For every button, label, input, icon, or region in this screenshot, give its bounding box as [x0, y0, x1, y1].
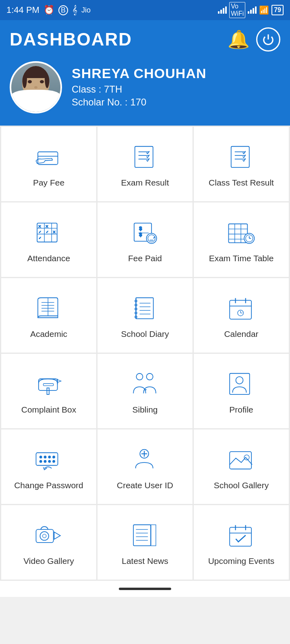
grid-item-exam-time-table[interactable]: Exam Time Table: [194, 202, 289, 277]
svg-point-74: [40, 456, 42, 458]
svg-text:X: X: [46, 225, 48, 229]
school-gallery-label: School Gallery: [214, 480, 269, 491]
create-user-id-icon: [129, 445, 161, 473]
svg-text:X: X: [53, 230, 56, 234]
grid-item-exam-result[interactable]: Exam Result: [97, 127, 193, 201]
svg-rect-91: [133, 525, 151, 546]
upcoming-events-label: Upcoming Events: [208, 555, 275, 566]
profile-label: Profile: [229, 404, 253, 415]
upcoming-events-icon: [225, 521, 257, 549]
sibling-icon: [129, 369, 161, 398]
status-right: VoWiFi 📶 79: [218, 2, 284, 18]
grid-item-calendar[interactable]: Calendar: [194, 278, 289, 353]
pay-fee-icon: [33, 142, 65, 171]
header: DASHBOARD 🔔: [0, 20, 290, 126]
svg-rect-93: [151, 525, 156, 546]
grid-item-class-test-result[interactable]: Class Test Result: [194, 127, 289, 201]
svg-rect-65: [44, 384, 54, 386]
svg-point-75: [44, 456, 46, 458]
exam-time-table-icon: [225, 218, 257, 246]
svg-point-80: [48, 460, 50, 462]
svg-rect-56: [230, 300, 251, 319]
dashboard-title: DASHBOARD: [10, 29, 132, 50]
exam-time-table-label: Exam Time Table: [209, 253, 274, 264]
grid-item-school-gallery[interactable]: School Gallery: [194, 429, 289, 504]
grid-item-latest-news[interactable]: Latest News: [97, 505, 193, 580]
svg-rect-63: [47, 388, 49, 394]
change-password-label: Change Password: [14, 480, 83, 491]
class-test-result-label: Class Test Result: [209, 177, 274, 188]
battery-display: 79: [271, 5, 284, 15]
grid-item-sibling[interactable]: Sibling: [97, 354, 193, 428]
complaint-box-icon: [33, 369, 65, 398]
music-icon: 𝄞: [72, 5, 77, 15]
svg-point-76: [48, 456, 50, 458]
svg-rect-45: [136, 298, 153, 319]
school-diary-label: School Diary: [121, 328, 169, 339]
status-bar: 1:44 PM ⏰ B 𝄞 Jio VoWiFi 📶 79: [0, 0, 290, 20]
grid-item-fee-paid[interactable]: $ $ Fee Paid: [97, 202, 193, 277]
sibling-label: Sibling: [132, 404, 157, 415]
jio-label: Jio: [81, 6, 91, 14]
svg-rect-7: [231, 147, 249, 167]
power-button[interactable]: [256, 27, 280, 52]
svg-text:✓: ✓: [46, 230, 49, 234]
svg-point-88: [40, 532, 49, 541]
grid-item-complaint-box[interactable]: Complaint Box: [1, 354, 96, 428]
avatar: [10, 61, 62, 114]
class-test-result-icon: [225, 142, 257, 171]
grid-item-create-user-id[interactable]: Create User ID: [97, 429, 193, 504]
profile-icon: [225, 369, 257, 398]
svg-point-69: [147, 374, 153, 380]
attendance-icon: X X ✓ ✓ X ✓: [33, 218, 65, 246]
svg-point-68: [136, 374, 143, 380]
notification-bell-icon[interactable]: 🔔: [228, 29, 250, 50]
status-left: 1:44 PM ⏰ B 𝄞 Jio: [6, 5, 91, 15]
svg-rect-98: [230, 527, 251, 546]
time-display: 1:44 PM: [6, 5, 39, 15]
svg-point-89: [43, 534, 46, 538]
fee-paid-label: Fee Paid: [128, 253, 162, 264]
change-password-icon: [33, 445, 65, 473]
svg-text:✓: ✓: [39, 230, 41, 234]
grid-item-school-diary[interactable]: School Diary: [97, 278, 193, 353]
vo-wifi-label: VoWiFi: [229, 2, 245, 18]
grid-item-pay-fee[interactable]: Pay Fee: [1, 127, 96, 201]
svg-text:X: X: [39, 225, 41, 229]
svg-marker-90: [54, 532, 60, 539]
svg-text:$: $: [139, 226, 142, 232]
profile-class: Class : 7TH: [72, 84, 207, 95]
svg-point-86: [244, 455, 249, 460]
svg-point-78: [40, 460, 42, 462]
header-top: DASHBOARD 🔔: [10, 27, 280, 52]
attendance-label: Attendance: [27, 253, 70, 264]
signal-bars: [218, 6, 227, 14]
exam-result-label: Exam Result: [121, 177, 169, 188]
latest-news-icon: [129, 521, 161, 549]
svg-text:$: $: [139, 232, 142, 237]
grid-item-attendance[interactable]: X X ✓ ✓ X ✓ Attendance: [1, 202, 96, 277]
dashboard-grid: Pay Fee Exam Result: [0, 126, 290, 581]
exam-result-icon: [129, 142, 161, 171]
bottom-bar: [0, 581, 290, 597]
svg-rect-3: [135, 147, 153, 167]
complaint-box-label: Complaint Box: [21, 404, 77, 415]
grid-item-upcoming-events[interactable]: Upcoming Events: [194, 505, 289, 580]
signal-bars-2: [248, 6, 257, 14]
grid-item-change-password[interactable]: Change Password: [1, 429, 96, 504]
b-icon: B: [58, 5, 68, 15]
school-gallery-icon: [225, 445, 257, 473]
video-gallery-icon: [33, 521, 65, 549]
home-indicator: [119, 588, 171, 590]
pay-fee-label: Pay Fee: [33, 177, 64, 188]
grid-item-academic[interactable]: Academic: [1, 278, 96, 353]
academic-label: Academic: [30, 328, 67, 339]
svg-rect-73: [36, 453, 58, 466]
svg-rect-64: [39, 379, 58, 391]
latest-news-label: Latest News: [122, 555, 168, 566]
grid-item-profile[interactable]: Profile: [194, 354, 289, 428]
svg-point-81: [53, 460, 55, 462]
calendar-label: Calendar: [224, 328, 258, 339]
grid-item-video-gallery[interactable]: Video Gallery: [1, 505, 96, 580]
profile-name: SHREYA CHOUHAN: [72, 66, 207, 81]
